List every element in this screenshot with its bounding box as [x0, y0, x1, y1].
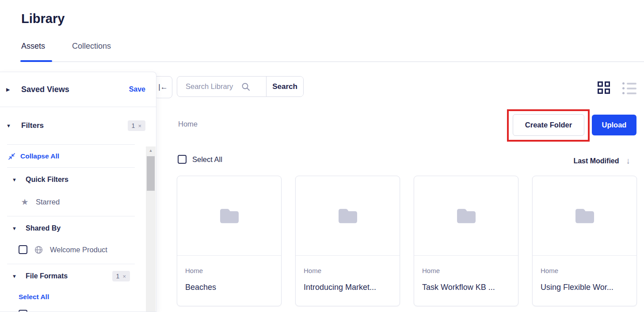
breadcrumb: Home: [178, 120, 198, 128]
folder-thumbnail: [414, 176, 518, 256]
view-toggle: [598, 81, 636, 94]
divider: [7, 144, 135, 145]
sidebar-scrollbar[interactable]: ▲: [146, 146, 156, 312]
select-all-row: Select All: [178, 155, 222, 164]
filter-item-article[interactable]: Article: [0, 308, 146, 312]
caret-right-icon[interactable]: ▶: [6, 87, 12, 92]
select-all-label: Select All: [192, 155, 222, 164]
filters-row: ▼ Filters 1 ×: [0, 107, 156, 144]
grid-view-icon[interactable]: [598, 81, 610, 94]
card-title: Using Flexible Wor...: [541, 283, 629, 292]
folder-thumbnail: [177, 176, 281, 256]
collapse-all-link[interactable]: Collapse All: [20, 152, 59, 160]
card-location: Home: [304, 267, 392, 274]
sort-direction-icon: ↓: [626, 156, 631, 166]
select-all-checkbox[interactable]: [178, 155, 187, 164]
caret-down-icon[interactable]: ▼: [12, 226, 18, 231]
search-field[interactable]: [177, 77, 267, 96]
collapse-all-control[interactable]: Collapse All: [0, 150, 146, 163]
section-shared-by[interactable]: ▼ Shared By: [0, 222, 146, 235]
tab-assets[interactable]: Assets: [21, 42, 45, 51]
card-location: Home: [185, 267, 273, 274]
folder-card[interactable]: Home Task Workflow KB ...: [414, 176, 518, 306]
folder-card[interactable]: Home Using Flexible Wor...: [532, 176, 637, 306]
search-group: Search: [177, 76, 304, 97]
caret-down-icon[interactable]: ▼: [12, 273, 18, 279]
section-label: Shared By: [26, 224, 146, 232]
filter-item-label: Article: [34, 310, 55, 312]
sort-label: Last Modified: [573, 157, 619, 165]
badge-dismiss-icon[interactable]: ×: [138, 123, 141, 129]
collapse-all-icon: [8, 153, 15, 160]
file-formats-count-badge[interactable]: 1 ×: [112, 271, 130, 281]
filter-item-label: Starred: [36, 198, 60, 206]
caret-down-icon[interactable]: ▼: [12, 177, 18, 182]
select-all-formats-link[interactable]: Select All: [19, 293, 49, 301]
active-tab-indicator: [20, 60, 52, 62]
badge-count: 1: [116, 273, 120, 280]
filters-panel: ▶ Saved Views Save ▼ Filters 1 × Collaps…: [0, 72, 156, 312]
search-icon: [241, 82, 250, 91]
folder-icon: [456, 208, 476, 224]
folder-icon: [219, 208, 240, 224]
badge-dismiss-icon[interactable]: ×: [122, 273, 126, 280]
header-divider: [20, 62, 644, 62]
saved-views-title: Saved Views: [21, 85, 129, 94]
divider: [7, 216, 135, 216]
library-page: Library Assets Collections |← Search Hom…: [0, 0, 644, 312]
search-input[interactable]: [186, 82, 238, 91]
section-label: File Formats: [26, 272, 112, 280]
search-button[interactable]: Search: [267, 77, 303, 96]
divider: [7, 264, 135, 264]
filters-title: Filters: [21, 121, 128, 130]
page-title: Library: [21, 12, 65, 26]
star-icon: ★: [20, 197, 30, 207]
folder-thumbnail: [296, 176, 400, 256]
collapse-panel-button[interactable]: |←: [154, 76, 172, 98]
folder-thumbnail: [533, 176, 636, 256]
list-view-icon[interactable]: [622, 81, 636, 94]
asset-grid: Home Beaches Home Introducing Market... …: [177, 176, 637, 306]
card-location: Home: [422, 267, 510, 274]
section-file-formats[interactable]: ▼ File Formats 1 ×: [0, 270, 146, 283]
folder-card[interactable]: Home Beaches: [177, 176, 282, 306]
folder-icon: [575, 208, 595, 224]
card-title: Beaches: [185, 283, 273, 292]
upload-button[interactable]: Upload: [592, 115, 636, 135]
filter-item-starred[interactable]: ★ Starred: [0, 195, 146, 208]
select-all-formats-row: Select All: [0, 292, 146, 302]
divider: [7, 167, 135, 168]
caret-down-icon[interactable]: ▼: [6, 123, 12, 128]
card-title: Introducing Market...: [304, 283, 392, 292]
filter-item-welcome-product[interactable]: Welcome Product: [0, 243, 146, 256]
scrollbar-up-icon[interactable]: ▲: [146, 146, 156, 154]
filter-checkbox[interactable]: [19, 245, 27, 254]
section-quick-filters[interactable]: ▼ Quick Filters: [0, 173, 146, 186]
globe-icon: [34, 246, 43, 254]
save-view-link[interactable]: Save: [129, 85, 145, 93]
create-folder-button[interactable]: Create Folder: [513, 114, 584, 136]
folder-icon: [338, 208, 358, 224]
filter-item-label: Welcome Product: [50, 246, 107, 254]
section-label: Quick Filters: [26, 176, 146, 184]
tab-collections[interactable]: Collections: [72, 42, 111, 51]
filter-checkbox[interactable]: [19, 310, 27, 312]
card-title: Task Workflow KB ...: [422, 283, 510, 292]
collapse-panel-icon: |←: [158, 83, 168, 92]
sort-control[interactable]: Last Modified ↓: [573, 156, 630, 166]
badge-count: 1: [132, 122, 135, 129]
filters-count-badge[interactable]: 1 ×: [128, 120, 145, 131]
scrollbar-thumb[interactable]: [147, 156, 155, 191]
folder-card[interactable]: Home Introducing Market...: [295, 176, 400, 306]
card-location: Home: [541, 267, 629, 274]
saved-views-row: ▶ Saved Views Save: [0, 72, 156, 107]
